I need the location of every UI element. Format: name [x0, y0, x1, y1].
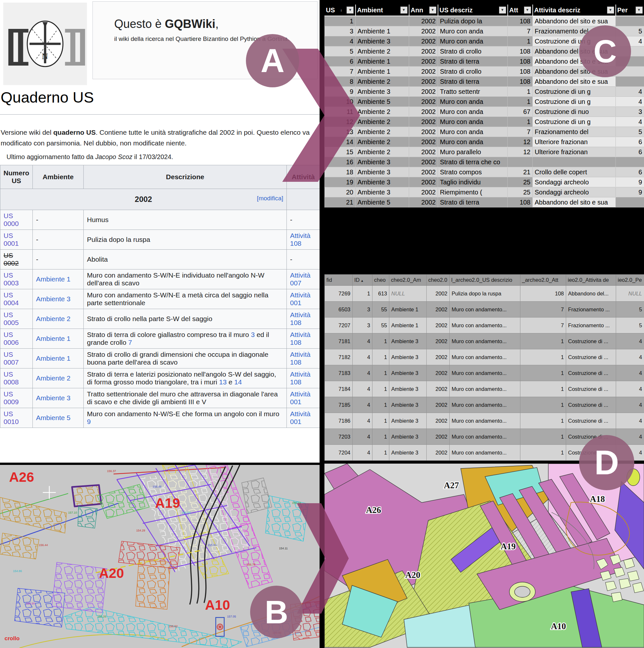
us-number-link[interactable]: US 0010: [4, 410, 19, 425]
excel-cell-desc: Strato di crollo: [438, 46, 508, 56]
attr-col-header[interactable]: l_archeo2.0_US descrizio: [450, 275, 520, 286]
ambiente-link[interactable]: Ambiente 5: [36, 414, 70, 421]
attr-cell-id: 4: [353, 381, 372, 397]
attr-cell-cheo: 1: [372, 349, 389, 365]
us-number-link[interactable]: US 0007: [4, 350, 19, 366]
description-cell: Strato di terra e laterizi posizionato n…: [84, 369, 287, 388]
description-cell: Strato di crollo nella parte S-W del sag…: [84, 309, 287, 329]
excel-row[interactable]: 11Ambiente 22002Muro con anda67Costruzio…: [325, 107, 644, 117]
attr-cell-att: 1: [520, 349, 566, 365]
attivita-link[interactable]: Attività 001: [290, 390, 310, 406]
excel-header-label: Ann: [411, 6, 423, 14]
us-number-link[interactable]: US 0006: [4, 331, 19, 346]
attr-cell-amb: Ambiente 3: [389, 445, 427, 461]
attivita-link[interactable]: Attività 007: [290, 271, 310, 287]
excel-row[interactable]: 12002Pulizia dopo la108Abbandono del sit…: [325, 16, 644, 26]
attr-cell-per: 4: [616, 333, 644, 349]
attr-row[interactable]: 7207355Ambiente 12002Muro con andamento.…: [325, 318, 644, 333]
us-number-link[interactable]: US 0000: [4, 212, 19, 227]
attr-cell-attdesc: Abbandono del...: [566, 286, 616, 302]
us-ref-link[interactable]: 3: [251, 331, 255, 338]
excel-cell-per: 4: [616, 87, 644, 97]
filter-dropdown-button[interactable]: ▼: [429, 6, 436, 14]
filter-dropdown-button[interactable]: ▼: [499, 6, 506, 14]
attivita-link[interactable]: Attività 108: [290, 331, 310, 346]
attr-col-header[interactable]: _archeo2.0_Att: [520, 275, 566, 286]
excel-cell-attdesc: Costruzione di nuo: [533, 107, 616, 117]
ambiente-link[interactable]: Ambiente 3: [36, 295, 70, 303]
cad-elevation-label: 156.44: [39, 543, 48, 547]
excel-cell-att: 108: [508, 76, 533, 87]
excel-row[interactable]: 9Ambiente 32002Tratto settentr1Costruzio…: [325, 87, 644, 97]
attr-col-header[interactable]: ieo2.0_Attivita de: [566, 275, 616, 286]
attivita-link[interactable]: Attività 001: [290, 410, 310, 425]
attr-row[interactable]: 718241Ambiente 32002Muro con andamento..…: [325, 349, 644, 365]
excel-row[interactable]: 16Ambiente 32002Strato di terra che co: [325, 157, 644, 167]
us-ref-link[interactable]: 9: [87, 418, 91, 425]
ambiente-link[interactable]: Ambiente 1: [36, 275, 70, 283]
attr-row[interactable]: 72691613NULL2002Pulizia dopo la ruspa108…: [325, 286, 644, 302]
attr-col-header[interactable]: cheo: [372, 275, 389, 286]
attr-col-header[interactable]: cheo2.0_Am: [389, 275, 427, 286]
excel-row[interactable]: 19Ambiente 32002Taglio individu25Sondagg…: [325, 177, 644, 187]
attr-row[interactable]: 718341Ambiente 32002Muro con andamento..…: [325, 365, 644, 381]
excel-header-label: US descriz: [440, 6, 473, 14]
excel-row[interactable]: 12Ambiente 22002Muro con anda1Costruzion…: [325, 117, 644, 127]
attr-col-header[interactable]: ieo2.0_Pe: [616, 275, 644, 286]
cad-elevation-label: 154.29: [136, 529, 145, 532]
attr-row[interactable]: 6503355Ambiente 12002Muro con andamento.…: [325, 302, 644, 318]
excel-row[interactable]: 15Ambiente 22002Muro parallelo12Ulterior…: [325, 147, 644, 157]
us-ref-link[interactable]: 7: [128, 339, 132, 346]
attr-cell-anno: 2002: [427, 429, 450, 445]
attr-cell-att: 7: [520, 302, 566, 318]
us-number-link[interactable]: US 0004: [4, 291, 19, 307]
ambiente-link[interactable]: Ambiente 3: [36, 394, 70, 401]
logo-bracket-left: [[: [6, 24, 25, 63]
excel-cell-per: 4: [616, 117, 644, 127]
attivita-link[interactable]: Attività 108: [290, 370, 310, 386]
ambiente-link[interactable]: Ambiente 1: [36, 355, 70, 362]
attr-row[interactable]: 718141Ambiente 32002Muro con andamento..…: [325, 333, 644, 349]
filter-dropdown-button[interactable]: ▼: [524, 6, 531, 14]
excel-row[interactable]: 21Ambiente 52002Strato di terra108Abband…: [325, 198, 644, 208]
us-number-link[interactable]: US 0008: [4, 370, 19, 386]
ambiente-link[interactable]: Ambiente 1: [36, 335, 70, 342]
attr-col-header[interactable]: ID ▲: [353, 275, 372, 286]
excel-row[interactable]: 20Ambiente 32002Riempimento (25Sondaggi …: [325, 187, 644, 198]
filter-dropdown-button[interactable]: ▼: [400, 6, 408, 14]
filter-dropdown-button[interactable]: ▼: [607, 6, 614, 14]
attr-cell-desc: Muro con andamento...: [450, 302, 520, 318]
attivita-link[interactable]: Attività 108: [290, 311, 310, 326]
excel-row[interactable]: 18Ambiente 32002Strato compos21Crollo de…: [325, 167, 644, 177]
us-ref-link[interactable]: 13: [219, 378, 226, 386]
attr-cell-attdesc: Costruzione di ...: [566, 333, 616, 349]
attivita-link[interactable]: Attività 108: [290, 350, 310, 366]
excel-cell-att: [508, 157, 533, 167]
excel-row[interactable]: 13Ambiente 22002Muro con anda7Frazioname…: [325, 127, 644, 137]
cad-elevation-label: 156.48: [153, 485, 162, 488]
attr-col-header[interactable]: cheo2.0: [427, 275, 450, 286]
us-ref-link[interactable]: 14: [234, 378, 242, 386]
excel-row[interactable]: 10Ambiente 52002Muro con anda1Costruzion…: [325, 97, 644, 107]
us-number-link[interactable]: US 0009: [4, 390, 19, 406]
attivita-link[interactable]: Attività 108: [290, 232, 310, 247]
attr-cell-anno: 2002: [427, 445, 450, 461]
filter-dropdown-button[interactable]: ▼: [636, 6, 643, 14]
attr-row[interactable]: 718541Ambiente 32002Muro con andamento..…: [325, 397, 644, 413]
attr-row[interactable]: 718641Ambiente 32002Muro con andamento..…: [325, 413, 644, 429]
us-number-link[interactable]: US 0001: [4, 232, 19, 247]
attivita-link[interactable]: Attività 001: [290, 291, 310, 307]
us-number-link[interactable]: US 0003: [4, 271, 19, 287]
us-number-link[interactable]: US 0005: [4, 311, 19, 326]
attr-col-header[interactable]: fid: [325, 275, 353, 286]
filter-dropdown-button[interactable]: ▼: [347, 6, 354, 14]
ambiente-link[interactable]: Ambiente 2: [36, 315, 70, 322]
screenshot-stage: [[ N ]] Questo è GQBWiki, il wiki della …: [0, 0, 644, 648]
attr-cell-fid: 7269: [325, 286, 353, 302]
ambiente-link[interactable]: Ambiente 2: [36, 374, 70, 382]
excel-row[interactable]: 8Ambiente 22002Strato di terra108Abbando…: [325, 76, 644, 87]
excel-row[interactable]: 14Ambiente 22002Muro con anda12Ulteriore…: [325, 137, 644, 147]
edit-section-link[interactable]: [modifica]: [257, 195, 283, 202]
attr-row[interactable]: 718441Ambiente 32002Muro con andamento..…: [325, 381, 644, 397]
excel-cell-amb: Ambiente 2: [356, 46, 409, 56]
